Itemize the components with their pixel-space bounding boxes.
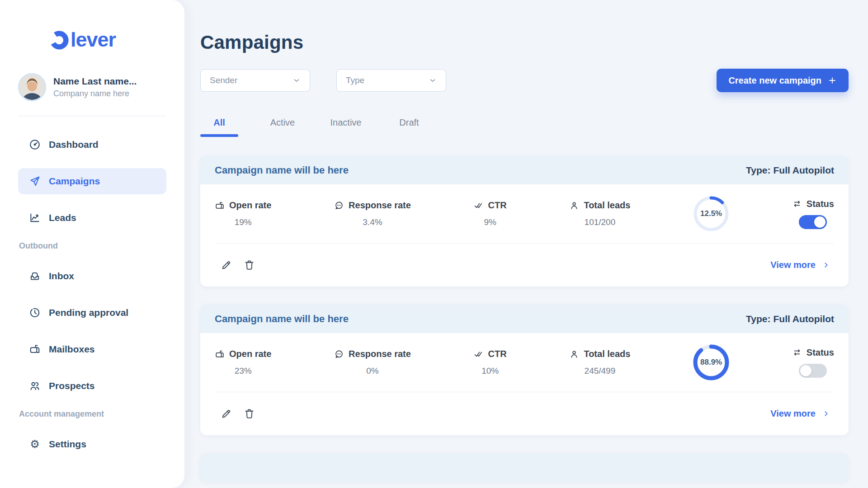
type-label: Type: [746, 314, 770, 324]
chat-icon [334, 349, 344, 359]
double-check-icon [474, 349, 484, 359]
chevron-right-icon [823, 262, 830, 268]
swap-icon [792, 199, 802, 209]
campaign-card-body: Open rate 19% Response rate 3.4% CTR 9% … [200, 184, 849, 286]
mailbox-icon [29, 343, 41, 355]
logo-text: lever [71, 28, 116, 52]
stat-label: CTR [488, 349, 507, 359]
campaign-card: Campaign name will be here Type:Full Aut… [200, 156, 849, 286]
brand-logo[interactable]: lever [49, 28, 166, 52]
gauge-icon [29, 139, 41, 150]
sidebar-item-label: Leads [49, 212, 76, 223]
inbox-icon [29, 270, 41, 282]
campaign-card-header: Campaign name will be here Type:Full Aut… [200, 305, 849, 333]
toggle-knob [800, 365, 811, 376]
status-toggle[interactable] [799, 364, 827, 378]
gear-icon: ⚙ [29, 438, 41, 450]
view-more-link[interactable]: View more [770, 260, 830, 270]
view-more-label: View more [770, 408, 816, 419]
sidebar-item-mailboxes[interactable]: Mailboxes [18, 336, 166, 362]
stat-value: 245/499 [585, 366, 616, 376]
stat-open-rate: Open rate 23% [215, 349, 271, 376]
campaign-type: Type:Full Autopilot [746, 165, 834, 176]
page-title: Campaigns [200, 32, 849, 53]
sidebar-section-outbound: Outbound [18, 241, 166, 251]
type-value: Full Autopilot [773, 314, 834, 324]
swap-icon [792, 347, 802, 357]
sidebar-item-label: Campaigns [49, 176, 100, 187]
trash-icon [243, 408, 255, 420]
clock-icon [29, 307, 41, 319]
sidebar-item-label: Dashboard [49, 139, 99, 150]
card-actions [220, 259, 255, 271]
card-footer: View more [215, 392, 834, 435]
stat-ctr: CTR 9% [474, 200, 507, 227]
tab-active[interactable]: Active [264, 117, 302, 137]
sender-filter-dropdown[interactable]: Sender [200, 69, 310, 92]
status-label: Status [807, 347, 834, 358]
user-profile[interactable]: Name Last name... Company name here [18, 73, 166, 101]
double-check-icon [474, 201, 484, 211]
campaign-card-body: Open rate 23% Response rate 0% CTR 10% T… [200, 333, 849, 435]
person-icon [569, 349, 579, 359]
sidebar-section-account-management: Account management [18, 409, 166, 419]
view-more-label: View more [770, 260, 816, 270]
mailbox-icon [215, 201, 225, 211]
stat-value: 19% [235, 217, 252, 227]
sidebar-item-settings[interactable]: ⚙ Settings [18, 431, 166, 457]
delete-button[interactable] [243, 408, 255, 420]
line-chart-icon [29, 212, 41, 224]
sidebar-item-dashboard[interactable]: Dashboard [18, 131, 166, 158]
type-value: Full Autopilot [773, 165, 834, 175]
campaign-card-partial [200, 453, 849, 482]
type-filter-dropdown[interactable]: Type [336, 69, 446, 92]
delete-button[interactable] [243, 259, 255, 271]
sidebar-item-leads[interactable]: Leads [18, 205, 166, 231]
stat-value: 101/200 [585, 217, 616, 227]
sidebar-item-label: Inbox [49, 271, 74, 282]
campaign-name: Campaign name will be here [215, 164, 349, 176]
user-name: Name Last name... [53, 76, 137, 87]
type-filter-label: Type [346, 75, 364, 85]
create-button-label: Create new campaign [728, 75, 821, 86]
sender-filter-label: Sender [210, 75, 237, 85]
user-company: Company name here [53, 89, 137, 99]
stat-label: Response rate [349, 200, 411, 211]
stat-label: Open rate [229, 349, 271, 359]
status-toggle[interactable] [799, 215, 827, 229]
sidebar-nav: Dashboard Campaigns Leads Outbound Inbox [18, 131, 166, 457]
progress-ring-label: 12.5% [693, 196, 729, 232]
send-icon [29, 175, 41, 187]
tab-all[interactable]: All [200, 117, 238, 137]
sidebar: lever Name Last name... Company name her… [0, 0, 184, 488]
sidebar-item-prospects[interactable]: Prospects [18, 373, 166, 399]
users-icon [29, 380, 41, 392]
toggle-knob [814, 216, 826, 228]
stat-open-rate: Open rate 19% [215, 200, 271, 227]
stat-value: 3.4% [363, 217, 382, 227]
view-more-link[interactable]: View more [770, 408, 830, 419]
stat-total-leads: Total leads 245/499 [569, 349, 630, 376]
tab-inactive[interactable]: Inactive [327, 117, 365, 137]
sidebar-item-inbox[interactable]: Inbox [18, 263, 166, 289]
sidebar-item-label: Mailboxes [49, 344, 95, 355]
stats-row: Open rate 23% Response rate 0% CTR 10% T… [215, 333, 834, 392]
stat-label: Total leads [584, 200, 630, 211]
stat-label: CTR [488, 200, 507, 211]
sidebar-item-pending-approval[interactable]: Pending approval [18, 300, 166, 326]
stat-total-leads: Total leads 101/200 [569, 200, 630, 227]
status-label: Status [807, 199, 834, 209]
create-new-campaign-button[interactable]: Create new campaign [717, 69, 849, 92]
sidebar-item-campaigns[interactable]: Campaigns [18, 168, 166, 194]
person-icon [569, 201, 579, 211]
chevron-right-icon [823, 410, 830, 417]
stat-label: Open rate [229, 200, 271, 211]
sidebar-divider [18, 116, 166, 116]
campaign-card: Campaign name will be here Type:Full Aut… [200, 305, 849, 435]
edit-button[interactable] [220, 408, 232, 420]
chevron-down-icon [429, 76, 437, 84]
tab-draft[interactable]: Draft [390, 117, 428, 137]
stats-row: Open rate 19% Response rate 3.4% CTR 9% … [215, 184, 834, 243]
pencil-icon [220, 259, 232, 271]
edit-button[interactable] [220, 259, 232, 271]
